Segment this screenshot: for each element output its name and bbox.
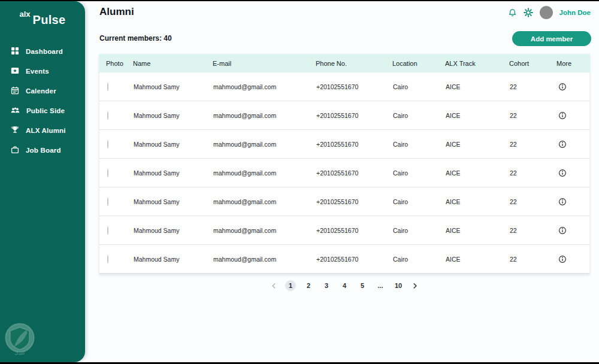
- sidebar-item-events[interactable]: Events: [0, 61, 85, 81]
- info-icon[interactable]: [558, 83, 567, 91]
- member-name: Mahmoud Samy: [134, 112, 213, 119]
- table-row[interactable]: Mahmoud Samy mahmoud@gmail.com +20102551…: [99, 72, 589, 101]
- logo-product: Pulse: [33, 13, 66, 27]
- chevron-right-icon[interactable]: [411, 283, 419, 289]
- calendar-icon: [11, 86, 19, 96]
- page-number[interactable]: 10: [393, 280, 404, 291]
- member-phone: +20102551670: [316, 198, 393, 205]
- topbar: John Doe: [508, 6, 591, 19]
- alumni-trophy-icon: [11, 126, 19, 135]
- info-icon[interactable]: [558, 169, 567, 177]
- member-name: Mahmoud Samy: [134, 198, 213, 205]
- user-avatar[interactable]: [540, 6, 553, 19]
- sidebar-item-label: ALX Alumni: [26, 127, 66, 134]
- table-row[interactable]: Mahmoud Samy mahmoud@gmail.com +20102551…: [99, 187, 589, 216]
- job-board-icon: [11, 145, 19, 155]
- logo-brand: alx: [20, 10, 31, 19]
- info-icon[interactable]: [558, 198, 567, 206]
- member-name: Mahmoud Samy: [134, 227, 213, 234]
- table-row[interactable]: Mahmoud Samy mahmoud@gmail.com +20102551…: [99, 159, 589, 187]
- sidebar-item-label: Calender: [26, 87, 56, 95]
- member-email: mahmoud@gmail.com: [213, 83, 316, 90]
- member-track: AICE: [446, 141, 510, 148]
- sidebar-item-job-board[interactable]: Job Board: [0, 140, 85, 160]
- dashboard-icon: [11, 47, 19, 56]
- member-location: Cairo: [393, 198, 446, 205]
- member-email: mahmoud@gmail.com: [213, 112, 316, 119]
- user-name[interactable]: John Doe: [559, 9, 591, 16]
- member-cohort: 22: [510, 83, 557, 90]
- member-track: AICE: [446, 169, 510, 177]
- table-row[interactable]: Mahmoud Samy mahmoud@gmail.com +20102551…: [99, 245, 589, 274]
- sidebar-item-public-side[interactable]: Public Side: [0, 101, 85, 120]
- alumni-table: Photo Name E-mail Phone No. Location ALX…: [99, 54, 590, 274]
- member-cohort: 22: [510, 169, 557, 177]
- gear-icon[interactable]: [524, 8, 533, 17]
- page-number[interactable]: 3: [321, 280, 332, 291]
- table-row[interactable]: Mahmoud Samy mahmoud@gmail.com +20102551…: [99, 130, 589, 159]
- info-icon[interactable]: [558, 111, 567, 120]
- member-cohort: 22: [510, 141, 557, 148]
- sidebar-item-label: Public Side: [26, 107, 65, 114]
- watermark-logo: كميـل: [4, 323, 36, 359]
- add-member-button[interactable]: Add member: [512, 31, 591, 46]
- column-header: Name: [133, 60, 213, 67]
- page-number[interactable]: ...: [375, 280, 386, 291]
- member-phone: +20102551670: [316, 169, 393, 177]
- page-number[interactable]: 4: [339, 280, 350, 291]
- member-track: AICE: [446, 83, 510, 90]
- page-title: Alumni: [99, 6, 134, 18]
- member-location: Cairo: [393, 256, 446, 263]
- member-phone: +20102551670: [316, 256, 393, 263]
- sidebar-item-calender[interactable]: Calender: [0, 81, 85, 101]
- member-photo: [107, 255, 108, 263]
- column-header: Phone No.: [316, 60, 392, 67]
- member-name: Mahmoud Samy: [134, 83, 213, 90]
- member-phone: +20102551670: [316, 83, 393, 90]
- member-track: AICE: [446, 227, 510, 234]
- column-header: E-mail: [213, 60, 316, 67]
- member-photo: [107, 111, 108, 120]
- member-track: AICE: [446, 198, 510, 205]
- member-location: Cairo: [393, 227, 446, 234]
- member-location: Cairo: [393, 83, 446, 90]
- member-email: mahmoud@gmail.com: [213, 169, 316, 177]
- table-row[interactable]: Mahmoud Samy mahmoud@gmail.com +20102551…: [99, 216, 589, 245]
- member-location: Cairo: [393, 112, 446, 119]
- column-header: Cohort: [509, 60, 556, 67]
- member-cohort: 22: [510, 112, 557, 119]
- member-cohort: 22: [510, 256, 557, 263]
- svg-text:كميـل: كميـل: [14, 350, 25, 356]
- member-track: AICE: [446, 112, 510, 119]
- bell-icon[interactable]: [508, 8, 517, 17]
- info-icon[interactable]: [558, 226, 567, 235]
- table-header-row: Photo Name E-mail Phone No. Location ALX…: [99, 54, 590, 72]
- member-photo: [107, 198, 108, 206]
- page-number[interactable]: 2: [303, 280, 314, 291]
- sidebar-item-alx-alumni[interactable]: ALX Alumni: [0, 120, 85, 140]
- current-members-count: Current members: 40: [99, 34, 172, 43]
- column-header: Location: [392, 60, 445, 67]
- member-email: mahmoud@gmail.com: [213, 256, 316, 263]
- info-icon[interactable]: [558, 140, 567, 148]
- member-name: Mahmoud Samy: [134, 256, 213, 263]
- page-number[interactable]: 1: [285, 280, 296, 291]
- member-phone: +20102551670: [316, 141, 393, 148]
- pagination-pages: 1 2 3 4 5 ... 10: [285, 280, 404, 291]
- app-logo: alx Pulse: [0, 1, 85, 27]
- member-phone: +20102551670: [316, 112, 393, 119]
- member-email: mahmoud@gmail.com: [213, 141, 316, 148]
- public-side-icon: [11, 106, 20, 116]
- member-location: Cairo: [393, 169, 446, 177]
- table-row[interactable]: Mahmoud Samy mahmoud@gmail.com +20102551…: [99, 101, 589, 130]
- info-icon[interactable]: [558, 255, 567, 263]
- table-body: Mahmoud Samy mahmoud@gmail.com +20102551…: [99, 72, 589, 274]
- member-photo: [107, 169, 108, 177]
- sidebar-item-label: Events: [26, 68, 49, 75]
- member-photo: [107, 140, 108, 148]
- sidebar-item-dashboard[interactable]: Dashboard: [0, 41, 85, 61]
- sidebar: alx Pulse Dashboard Events Calender: [0, 1, 85, 362]
- member-track: AICE: [446, 256, 510, 263]
- chevron-left-icon[interactable]: [270, 283, 278, 289]
- page-number[interactable]: 5: [357, 280, 368, 291]
